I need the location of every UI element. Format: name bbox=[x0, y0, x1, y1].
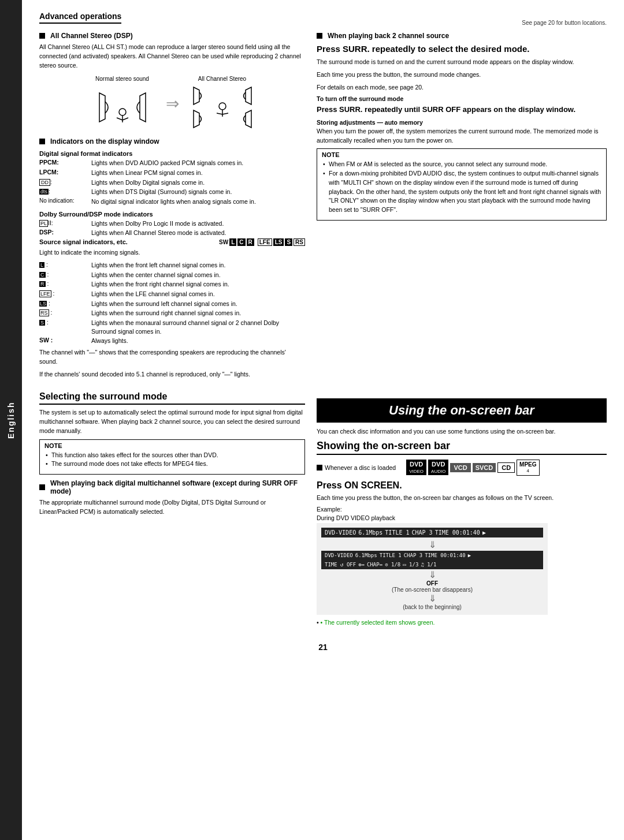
down-arrow-1: ⇓ bbox=[321, 539, 543, 550]
bullet-icon4 bbox=[39, 484, 45, 490]
down-arrow-3: ⇓ bbox=[321, 593, 543, 604]
off-label: OFF bbox=[321, 580, 543, 587]
display-bar-2: DVD-VIDEO 6.1Mbps TITLE 1 CHAP 3 TIME 00… bbox=[321, 551, 543, 560]
all-channel-title: All Channel Stereo (DSP) bbox=[39, 32, 305, 40]
whenever-text: Whenever a disc is loaded bbox=[325, 464, 396, 471]
back-to-beginning: (back to the beginning) bbox=[321, 604, 543, 610]
source-signal-row: Source signal indicators, etc. SW L C R … bbox=[39, 238, 305, 246]
example-label: Example: bbox=[317, 506, 607, 513]
display-example: DVD-VIDEO 6.1Mbps TITLE 1 CHAP 3 TIME 00… bbox=[317, 523, 548, 615]
source-light-text: Light to indicate the incoming signals. bbox=[39, 248, 305, 257]
digital-rows: PPCM: Lights when DVD AUDIO packed PCM s… bbox=[39, 159, 305, 206]
sidebar-label: English bbox=[6, 401, 16, 439]
svg-marker-8 bbox=[194, 110, 199, 128]
src-r: R : Lights when the front right channel … bbox=[39, 280, 305, 289]
badge-svcd: SVCD bbox=[473, 463, 496, 472]
note-item-1: When FM or AM is selected as the source,… bbox=[329, 160, 601, 169]
digital-multichannel-title: When playing back digital multichannel s… bbox=[39, 479, 305, 495]
press-on-screen-title: Press ON SCREEN. bbox=[317, 480, 607, 491]
press-on-screen-body: Each time you press the button, the on-s… bbox=[317, 494, 607, 503]
src-l: L : Lights when the front left channel s… bbox=[39, 261, 305, 270]
page-number: 21 bbox=[318, 643, 328, 652]
badge-mpeg: MPEG4 bbox=[517, 460, 539, 476]
display-bar-2b: TIME ↺ OFF ⊕↔ CHAP↔ ⊙ 1/8 ▭ 1/3 ♫ 1/1 bbox=[321, 560, 543, 569]
onscreen-intro: You can check disc information and you c… bbox=[317, 427, 607, 436]
during-label: During DVD VIDEO playback bbox=[317, 514, 607, 521]
press-surr-body1: The surround mode is turned on and the c… bbox=[317, 58, 607, 67]
svg-point-2 bbox=[119, 109, 126, 115]
press-until-title: Press SURR. repeatedly until SURR OFF ap… bbox=[317, 104, 607, 115]
badge-cd: CD bbox=[497, 462, 515, 473]
channel-note1: The channel with "—" shows that the corr… bbox=[39, 348, 305, 367]
all-channel-svg bbox=[191, 84, 254, 130]
digital-multichannel-body: The appropriate multichannel surround mo… bbox=[39, 498, 305, 517]
all-channel-diagram: All Channel Stereo bbox=[191, 76, 254, 132]
src-c: C : Lights when the center channel signa… bbox=[39, 271, 305, 279]
note-item-2: For a down-mixing prohibited DVD AUDIO d… bbox=[329, 169, 601, 215]
storing-body: When you turn the power off, the system … bbox=[317, 127, 607, 145]
normal-stereo-diagram: Normal stereo sound bbox=[91, 76, 154, 132]
digital-heading: Digital signal format indicators bbox=[39, 150, 305, 157]
all-channel-stereo-section: All Channel Stereo (DSP) All Channel Ste… bbox=[39, 32, 305, 132]
showing-title: Showing the on-screen bar bbox=[317, 440, 607, 455]
storing-label: Storing adjustments — auto memory bbox=[317, 119, 607, 126]
dolby-row-plii: PLII: Lights when Dolby Pro Logic II mod… bbox=[39, 219, 305, 228]
onscreen-banner: Using the on-screen bar bbox=[317, 398, 607, 423]
bullet-icon2 bbox=[39, 139, 45, 144]
top-section: All Channel Stereo (DSP) All Channel Ste… bbox=[39, 32, 607, 382]
svg-line-5 bbox=[122, 118, 128, 120]
onscreen-section: Using the on-screen bar You can check di… bbox=[317, 391, 607, 630]
press-surr-title: Press SURR. repeatedly to select the des… bbox=[317, 43, 607, 55]
two-channel-title: When playing back 2 channel source bbox=[317, 32, 607, 40]
badge-dvd-audio: DVDAUDIO bbox=[428, 460, 448, 475]
selecting-note-item1: This function also takes effect for the … bbox=[51, 451, 300, 460]
note-list: When FM or AM is selected as the source,… bbox=[329, 160, 601, 215]
selecting-note: NOTE This function also takes effect for… bbox=[39, 439, 305, 475]
svg-point-10 bbox=[219, 103, 226, 110]
diagram-area: Normal stereo sound bbox=[39, 76, 305, 132]
svg-marker-0 bbox=[99, 93, 105, 122]
see-page-note: See page 20 for button locations. bbox=[522, 20, 607, 26]
selecting-section: Selecting the surround mode The system i… bbox=[39, 391, 305, 630]
svg-line-12 bbox=[217, 113, 222, 114]
display-bar-1: DVD-VIDEO 6.1Mbps TITLE 1 CHAP 3 TIME 00… bbox=[321, 528, 543, 537]
svg-line-4 bbox=[117, 118, 122, 120]
indicator-row-no: No indication: No digital signal indicat… bbox=[39, 197, 305, 206]
normal-stereo-svg bbox=[91, 84, 154, 130]
disc-badges: DVDVIDEO DVDAUDIO VCD SVCD CD MPEG4 bbox=[406, 460, 539, 476]
sidebar: English bbox=[0, 0, 22, 840]
dolby-row-dsp: DSP: Lights when All Channel Stereo mode… bbox=[39, 229, 305, 237]
indicators-section: Indicators on the display window Digital… bbox=[39, 137, 305, 379]
svg-marker-6 bbox=[194, 87, 199, 104]
digital-multichannel-section: When playing back digital multichannel s… bbox=[39, 479, 305, 517]
main-content: Advanced operations See page 20 for butt… bbox=[22, 0, 624, 840]
src-sw: SW : Always lights. bbox=[39, 337, 305, 345]
src-lfe: LFE : Lights when the LFE channel signal… bbox=[39, 290, 305, 298]
note-title: NOTE bbox=[322, 151, 601, 158]
svg-line-13 bbox=[222, 113, 228, 114]
all-channel-label: All Channel Stereo bbox=[191, 76, 254, 82]
arrow-icon: ⇒ bbox=[166, 94, 179, 113]
dolby-rows: PLII: Lights when Dolby Pro Logic II mod… bbox=[39, 219, 305, 237]
indicator-row-ppcm: PPCM: Lights when DVD AUDIO packed PCM s… bbox=[39, 159, 305, 167]
press-surr-body2: Each time you press the button, the surr… bbox=[317, 70, 607, 80]
turn-off-label: To turn off the surround mode bbox=[317, 95, 607, 102]
badge-dvd-video: DVDVIDEO bbox=[406, 460, 426, 475]
two-channel-note: NOTE When FM or AM is selected as the so… bbox=[317, 148, 607, 221]
source-rows: L : Lights when the front left channel s… bbox=[39, 261, 305, 345]
badge-vcd: VCD bbox=[450, 463, 470, 472]
disappears-text: (The on-screen bar disappears) bbox=[321, 587, 543, 593]
selecting-note-title: NOTE bbox=[44, 442, 300, 449]
bottom-section: Selecting the surround mode The system i… bbox=[39, 391, 607, 630]
dolby-heading: Dolby Surround/DSP mode indicators bbox=[39, 211, 305, 218]
all-channel-body: All Channel Stereo (ALL CH ST.) mode can… bbox=[39, 43, 305, 70]
two-channel-section: When playing back 2 channel source Press… bbox=[317, 32, 607, 221]
green-note: • • The currently selected item shows gr… bbox=[317, 618, 607, 628]
selecting-note-list: This function also takes effect for the … bbox=[51, 451, 300, 469]
selecting-title: Selecting the surround mode bbox=[39, 391, 305, 405]
bullet-icon5 bbox=[317, 465, 322, 471]
press-surr-body3: For details on each mode, see page 20. bbox=[317, 83, 607, 92]
src-rs: RS : Lights when the surround right chan… bbox=[39, 309, 305, 318]
sw-indicator: SW L C R LFE LS S RS bbox=[219, 238, 305, 246]
svg-marker-7 bbox=[246, 87, 251, 104]
